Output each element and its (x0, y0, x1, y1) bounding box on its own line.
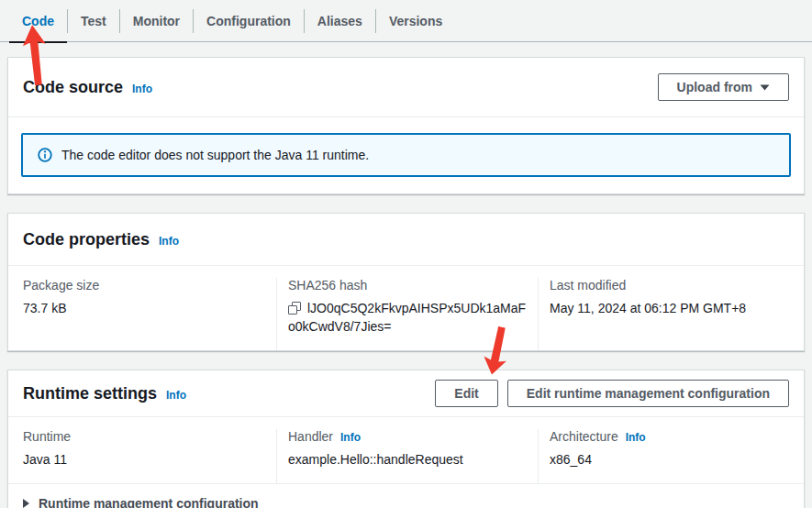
tab-code[interactable]: Code (9, 0, 67, 42)
architecture-field: Architecture Info x86_64 (538, 429, 804, 483)
java-runtime-info-banner: The code editor does not support the Jav… (21, 133, 791, 177)
package-size-label: Package size (23, 278, 265, 293)
expander-caret-icon (23, 499, 29, 508)
tab-test-label: Test (81, 14, 106, 28)
handler-info-link[interactable]: Info (340, 431, 361, 444)
sha256-hash-label: SHA256 hash (288, 278, 527, 293)
tab-configuration[interactable]: Configuration (194, 0, 304, 42)
code-source-body: The code editor does not support the Jav… (8, 117, 804, 193)
code-source-header: Code source Info Upload from (8, 58, 804, 116)
tab-monitor[interactable]: Monitor (120, 0, 193, 42)
code-source-card: Code source Info Upload from The code ed… (7, 57, 805, 194)
caret-down-icon (760, 84, 770, 91)
runtime-label: Runtime (23, 429, 265, 444)
last-modified-label: Last modified (550, 278, 793, 293)
tab-test[interactable]: Test (68, 0, 119, 42)
expander-label: Runtime management configuration (39, 496, 259, 508)
code-properties-fields: Package size 73.7 kB SHA256 hash lJO0qC5… (8, 266, 804, 350)
tab-configuration-label: Configuration (206, 14, 291, 28)
last-modified-field: Last modified May 11, 2024 at 06:12 PM G… (538, 278, 804, 350)
info-circle-icon (38, 148, 52, 162)
copy-icon[interactable] (288, 302, 302, 315)
handler-value: example.Hello::handleRequest (288, 450, 527, 469)
runtime-settings-info-link[interactable]: Info (166, 389, 186, 402)
code-properties-title: Code properties (23, 230, 150, 249)
tab-versions-label: Versions (389, 14, 442, 28)
runtime-value: Java 11 (23, 450, 265, 469)
edit-button[interactable]: Edit (435, 380, 497, 407)
edit-runtime-management-label: Edit runtime management configuration (527, 386, 770, 401)
runtime-settings-header: Runtime settings Info Edit Edit runtime … (8, 370, 804, 416)
function-tabbar: Code Test Monitor Configuration Aliases … (0, 0, 812, 42)
last-modified-value: May 11, 2024 at 06:12 PM GMT+8 (550, 299, 793, 317)
tab-code-label: Code (22, 14, 54, 28)
code-properties-header: Code properties Info (8, 214, 804, 265)
tab-aliases[interactable]: Aliases (305, 0, 375, 42)
sha256-hash-value-wrap: lJO0qC5Q2kFkvpAIHSPx5UDk1aMaFo0kCwdV8/7J… (288, 299, 527, 336)
handler-field: Handler Info example.Hello::handleReques… (276, 429, 538, 483)
package-size-value: 73.7 kB (23, 299, 265, 317)
handler-label: Handler (288, 429, 333, 444)
code-source-info-link[interactable]: Info (132, 83, 152, 95)
architecture-label: Architecture (550, 429, 618, 444)
runtime-settings-card: Runtime settings Info Edit Edit runtime … (7, 370, 805, 508)
sha256-hash-field: SHA256 hash lJO0qC5Q2kFkvpAIHSPx5UDk1aMa… (276, 278, 538, 350)
tab-versions[interactable]: Versions (376, 0, 455, 42)
runtime-management-expander[interactable]: Runtime management configuration (8, 484, 804, 508)
package-size-field: Package size 73.7 kB (8, 278, 276, 350)
tab-monitor-label: Monitor (133, 14, 180, 28)
code-source-title: Code source (23, 78, 123, 97)
architecture-value: x86_64 (550, 450, 793, 469)
code-properties-info-link[interactable]: Info (159, 235, 179, 248)
runtime-settings-title: Runtime settings (23, 384, 157, 403)
edit-runtime-management-button[interactable]: Edit runtime management configuration (507, 380, 789, 407)
tab-aliases-label: Aliases (317, 14, 362, 28)
architecture-info-link[interactable]: Info (626, 431, 646, 444)
runtime-settings-fields: Runtime Java 11 Handler Info example.Hel… (8, 417, 804, 483)
sha256-hash-value: lJO0qC5Q2kFkvpAIHSPx5UDk1aMaFo0kCwdV8/7J… (288, 301, 526, 334)
code-properties-card: Code properties Info Package size 73.7 k… (7, 213, 805, 351)
edit-button-label: Edit (454, 386, 478, 401)
upload-from-button[interactable]: Upload from (658, 73, 789, 101)
banner-message: The code editor does not support the Jav… (61, 148, 369, 162)
upload-from-label: Upload from (677, 80, 752, 94)
runtime-field: Runtime Java 11 (8, 429, 276, 483)
